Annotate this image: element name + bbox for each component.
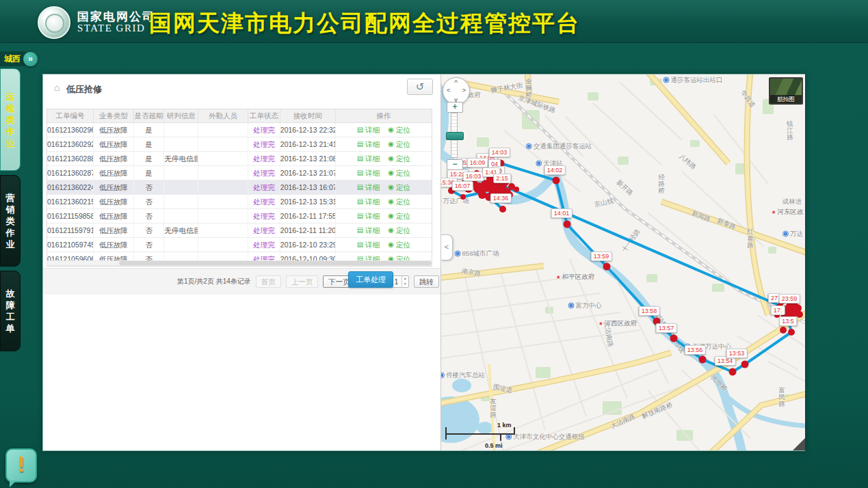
- detail-link[interactable]: ▤详细: [357, 123, 380, 137]
- track-point[interactable]: [729, 368, 737, 376]
- locate-link[interactable]: ◉定位: [388, 137, 410, 151]
- track-dot[interactable]: [514, 187, 519, 192]
- locate-link[interactable]: ◉定位: [388, 223, 410, 237]
- locate-link[interactable]: ◉定位: [388, 209, 410, 223]
- track-dot[interactable]: [793, 304, 802, 312]
- detail-link[interactable]: ▤详细: [357, 137, 380, 151]
- map-pan-control[interactable]: ^ v < >: [443, 77, 470, 105]
- stepper-up-icon[interactable]: ▲: [402, 276, 408, 282]
- alert-button[interactable]: !: [5, 448, 37, 483]
- aerial-view-toggle[interactable]: 航拍图: [769, 77, 803, 105]
- table-row[interactable]: 016121360215844低压故障否处理完2016-12-13 15:31:…: [47, 195, 432, 209]
- pagination-prev-button[interactable]: 上一页: [286, 275, 319, 288]
- row-actions: ▤详细◉定位: [336, 180, 432, 194]
- detail-link[interactable]: ▤详细: [357, 195, 380, 208]
- detail-link[interactable]: ▤详细: [357, 223, 380, 237]
- table-row[interactable]: 016121159858133低压故障否处理完2016-12-11 17:55:…: [47, 209, 432, 223]
- track-dot[interactable]: [460, 194, 466, 200]
- order-status: 处理完: [248, 238, 280, 252]
- zoom-slider-thumb[interactable]: [446, 132, 464, 140]
- detail-link[interactable]: ▤详细: [357, 180, 380, 194]
- track-dot[interactable]: [497, 180, 507, 189]
- track-dot[interactable]: [774, 312, 780, 318]
- track-point[interactable]: [564, 221, 571, 228]
- stepper-down-icon[interactable]: ▼: [402, 282, 408, 287]
- zoom-in-button[interactable]: +: [447, 102, 463, 113]
- zoom-out-button[interactable]: −: [447, 159, 463, 170]
- track-dot[interactable]: [493, 193, 501, 201]
- track-point[interactable]: [784, 310, 791, 317]
- track-dot[interactable]: [461, 180, 468, 187]
- track-point[interactable]: [553, 177, 560, 185]
- column-header: 是否超期: [134, 109, 165, 122]
- pan-left-icon[interactable]: <: [447, 87, 450, 94]
- track-dot[interactable]: [474, 170, 479, 176]
- pan-right-icon[interactable]: >: [462, 87, 466, 94]
- table-row[interactable]: 016121159791806低压故障否无停电信息处理完2016-12-11 1…: [47, 223, 432, 238]
- horizontal-scrollbar[interactable]: [47, 260, 432, 266]
- track-point[interactable]: [741, 361, 749, 368]
- track-dot[interactable]: [788, 329, 795, 336]
- table-row[interactable]: 016121360292054低压故障是处理完2016-12-13 21:41:…: [47, 137, 432, 152]
- track-dot[interactable]: [482, 167, 488, 173]
- table-row[interactable]: 016121360224419低压故障否处理完2016-12-13 16:07:…: [47, 180, 432, 195]
- detail-link[interactable]: ▤详细: [357, 166, 380, 180]
- order-id: 016121360288108: [47, 152, 94, 165]
- pagination-jump-button[interactable]: 跳转: [414, 275, 439, 288]
- order-type: 低压故障: [94, 123, 134, 137]
- detail-link[interactable]: ▤详细: [357, 209, 380, 223]
- track-dot[interactable]: [448, 187, 455, 194]
- judge-info: [164, 209, 198, 223]
- track-dot[interactable]: [487, 179, 498, 190]
- detail-link[interactable]: ▤详细: [357, 152, 380, 165]
- order-id: 016121159858133: [47, 209, 94, 223]
- locate-link[interactable]: ◉定位: [388, 152, 410, 165]
- locate-link[interactable]: ◉定位: [388, 195, 410, 208]
- track-layer: [441, 74, 805, 450]
- track-point[interactable]: [603, 263, 611, 271]
- receive-time: 2016-12-13 22:32:53: [280, 123, 336, 137]
- detail-link[interactable]: ▤详细: [357, 238, 380, 252]
- field-staff: [198, 195, 248, 208]
- back-button[interactable]: ↺: [407, 79, 433, 95]
- track-point[interactable]: [497, 160, 505, 167]
- track-dot[interactable]: [778, 298, 785, 305]
- panel-collapse-handle[interactable]: <: [441, 234, 453, 260]
- judge-info: [164, 166, 198, 180]
- locate-link-icon: ◉: [388, 223, 394, 237]
- pan-up-icon[interactable]: ^: [454, 79, 458, 85]
- track-point[interactable]: [670, 335, 678, 342]
- overdue-flag: 否: [134, 223, 165, 237]
- region-tab[interactable]: 城西 »: [0, 51, 38, 66]
- table-row[interactable]: 016121059745593低压故障否处理完2016-12-10 23:29:…: [47, 238, 432, 252]
- table-row[interactable]: 016121360296451低压故障是处理完2016-12-13 22:32:…: [47, 123, 432, 137]
- sidebar-tab-marketing[interactable]: 营销类作业: [0, 175, 21, 267]
- map-resize-handle-icon[interactable]: [793, 438, 805, 450]
- locate-link-icon: ◉: [388, 238, 394, 252]
- track-point[interactable]: [699, 356, 707, 364]
- track-dot[interactable]: [499, 206, 506, 213]
- locate-link[interactable]: ◉定位: [388, 123, 410, 137]
- track-dot[interactable]: [506, 191, 513, 198]
- sidebar-tab-fault-orders[interactable]: 故障工单: [0, 271, 21, 351]
- sidebar-tab-operation-inspection[interactable]: 运检类作业: [0, 68, 21, 171]
- scrollbar-thumb[interactable]: [119, 261, 432, 265]
- stepper-arrows[interactable]: ▲▼: [402, 276, 408, 287]
- column-header: 工单状态: [248, 109, 280, 122]
- expand-chevrons-icon[interactable]: »: [23, 51, 38, 67]
- table-row[interactable]: 016121360287611低压故障是处理完2016-12-13 21:07:…: [47, 166, 432, 180]
- table-row[interactable]: 016121360288108低压故障是无停电信息处理完2016-12-13 2…: [47, 152, 432, 166]
- locate-link[interactable]: ◉定位: [388, 180, 410, 194]
- judge-info: [164, 123, 198, 137]
- map-panel[interactable]: 河北区政府狮子林大街金狮桥京津城际铁路通莎客运站出站口华昌道镇江路交通集团通莎客…: [440, 74, 805, 450]
- locate-link[interactable]: ◉定位: [388, 166, 410, 180]
- order-status: 处理完: [248, 152, 280, 165]
- order-id: 016121159791806: [47, 223, 94, 237]
- process-order-button[interactable]: 工单处理: [348, 271, 393, 288]
- logo-org-cn: 国家电网公司: [77, 11, 155, 23]
- track-dot[interactable]: [485, 193, 493, 201]
- locate-link[interactable]: ◉定位: [388, 238, 410, 252]
- track-point[interactable]: [653, 318, 661, 325]
- track-dot[interactable]: [780, 327, 787, 334]
- pagination-first-button[interactable]: 首页: [256, 275, 281, 288]
